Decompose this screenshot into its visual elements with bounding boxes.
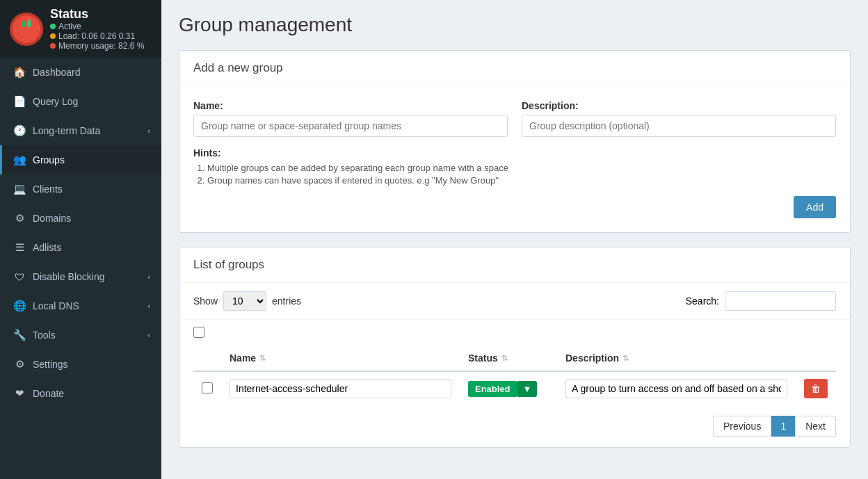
prev-button[interactable]: Previous — [713, 416, 771, 437]
sidebar-item-query-log[interactable]: 📄 Query Log — [0, 87, 161, 116]
sidebar-item-domains[interactable]: ⚙ Domains — [0, 204, 161, 233]
hint-1: Multiple groups can be added by separati… — [207, 163, 836, 173]
sidebar-item-clients[interactable]: 💻 Clients — [0, 174, 161, 204]
query-log-icon: 📄 — [13, 95, 26, 108]
donate-icon: ❤ — [13, 387, 26, 400]
chevron-icon: ‹ — [147, 331, 150, 339]
groups-tbody: Enabled ▼ 🗑 — [193, 371, 836, 405]
select-all-row — [193, 327, 836, 340]
row-name-input[interactable] — [230, 379, 451, 398]
sidebar-item-settings[interactable]: ⚙ Settings — [0, 350, 161, 379]
disable-blocking-icon: 🛡 — [13, 270, 26, 283]
list-controls: Show 102550100 entries Search: — [179, 283, 850, 320]
row-desc-cell — [557, 371, 796, 405]
groups-icon: 👥 — [13, 154, 26, 166]
svg-point-1 — [13, 15, 40, 43]
pagination-row: Previous 1 Next — [179, 416, 850, 447]
show-entries: Show 102550100 entries — [193, 291, 301, 311]
tools-icon: 🔧 — [13, 329, 26, 341]
sidebar-label-adlists: Adlists — [33, 242, 61, 253]
sidebar-label-long-term-data: Long-term Data — [33, 125, 100, 136]
groups-table: Name ⇅ Status ⇅ Descript — [193, 346, 836, 405]
row-checkbox-cell — [193, 371, 221, 405]
sidebar-item-donate[interactable]: ❤ Donate — [0, 379, 161, 408]
sidebar-label-local-dns: Local DNS — [33, 300, 79, 311]
show-label: Show — [193, 295, 218, 307]
dashboard-icon: 🏠 — [13, 66, 26, 79]
status-load: Load: 0.06 0.26 0.31 — [50, 31, 144, 41]
row-name-cell — [221, 371, 460, 405]
desc-label: Description: — [522, 100, 836, 111]
sidebar-label-dashboard: Dashboard — [33, 67, 81, 78]
desc-group: Description: — [522, 100, 836, 137]
th-actions — [796, 346, 836, 371]
page-number: 1 — [771, 416, 795, 437]
sidebar-item-disable-blocking[interactable]: 🛡 Disable Blocking ‹ — [0, 262, 161, 291]
entries-select[interactable]: 102550100 — [223, 291, 266, 311]
th-name[interactable]: Name ⇅ — [221, 346, 460, 371]
row-checkbox[interactable] — [202, 382, 213, 393]
active-dot — [50, 24, 56, 29]
search-label: Search: — [686, 295, 719, 307]
clients-icon: 💻 — [13, 183, 26, 195]
sidebar-item-local-dns[interactable]: 🌐 Local DNS ‹ — [0, 291, 161, 320]
adlists-icon: ☰ — [13, 241, 26, 254]
desc-sort-icon: ⇅ — [622, 354, 629, 363]
add-group-form-row: Name: Description: — [193, 100, 836, 137]
sidebar-nav: 🏠 Dashboard 📄 Query Log 🕐 Long-term Data… — [0, 58, 161, 479]
status-title: Status — [50, 7, 144, 22]
local-dns-icon: 🌐 — [13, 300, 26, 312]
status-memory: Memory usage: 82.6 % — [50, 41, 144, 51]
table-area: Name ⇅ Status ⇅ Descript — [179, 320, 850, 416]
th-status[interactable]: Status ⇅ — [460, 346, 557, 371]
page-title: Group management — [179, 14, 851, 36]
sidebar-item-adlists[interactable]: ☰ Adlists — [0, 233, 161, 262]
list-groups-title: List of groups — [179, 247, 850, 283]
long-term-data-icon: 🕐 — [13, 124, 26, 137]
add-button-row: Add — [193, 196, 836, 218]
add-group-body: Name: Description: Hints: Multiple group… — [179, 86, 850, 232]
group-desc-input[interactable] — [522, 115, 836, 137]
row-status-cell: Enabled ▼ — [460, 371, 557, 405]
hint-2: Group names can have spaces if entered i… — [207, 175, 836, 186]
add-group-card: Add a new group Name: Description: Hints… — [179, 50, 851, 233]
main-content: Group management Add a new group Name: D… — [161, 0, 868, 479]
search-input[interactable] — [725, 291, 836, 311]
status-sort-icon: ⇅ — [501, 354, 508, 363]
next-button[interactable]: Next — [795, 416, 836, 437]
domains-icon: ⚙ — [13, 212, 26, 225]
select-all-checkbox[interactable] — [193, 327, 204, 338]
add-group-title: Add a new group — [179, 51, 850, 86]
sidebar-label-tools: Tools — [33, 330, 56, 341]
sidebar-status: Status Active Load: 0.06 0.26 0.31 Memor… — [50, 7, 144, 51]
sidebar-item-long-term-data[interactable]: 🕐 Long-term Data ‹ — [0, 116, 161, 145]
delete-button[interactable]: 🗑 — [804, 379, 828, 398]
status-toggle-button[interactable]: ▼ — [517, 381, 538, 397]
sidebar-label-clients: Clients — [33, 184, 63, 195]
sidebar-header: Status Active Load: 0.06 0.26 0.31 Memor… — [0, 0, 161, 58]
th-description[interactable]: Description ⇅ — [557, 346, 796, 371]
th-checkbox — [193, 346, 221, 371]
search-box: Search: — [686, 291, 836, 311]
memory-dot — [50, 43, 56, 49]
name-sort-icon: ⇅ — [259, 354, 266, 363]
group-name-input[interactable] — [193, 115, 508, 137]
sidebar-item-dashboard[interactable]: 🏠 Dashboard — [0, 58, 161, 87]
row-desc-input[interactable] — [565, 379, 787, 398]
table-row: Enabled ▼ 🗑 — [193, 371, 836, 405]
settings-icon: ⚙ — [13, 358, 26, 371]
table-header: Name ⇅ Status ⇅ Descript — [193, 346, 836, 371]
sidebar-item-tools[interactable]: 🔧 Tools ‹ — [0, 320, 161, 350]
list-groups-card: List of groups Show 102550100 entries Se… — [179, 247, 851, 448]
load-dot — [50, 33, 56, 39]
pihole-logo — [10, 13, 43, 46]
sidebar-item-groups[interactable]: 👥 Groups — [0, 145, 161, 174]
chevron-icon: ‹ — [147, 127, 150, 135]
sidebar: Status Active Load: 0.06 0.26 0.31 Memor… — [0, 0, 161, 479]
add-button[interactable]: Add — [794, 196, 836, 218]
sidebar-label-groups: Groups — [33, 154, 65, 165]
sidebar-label-settings: Settings — [33, 359, 68, 370]
status-badge: Enabled — [468, 381, 517, 397]
row-delete-cell: 🗑 — [796, 371, 836, 405]
chevron-icon: ‹ — [147, 302, 150, 310]
